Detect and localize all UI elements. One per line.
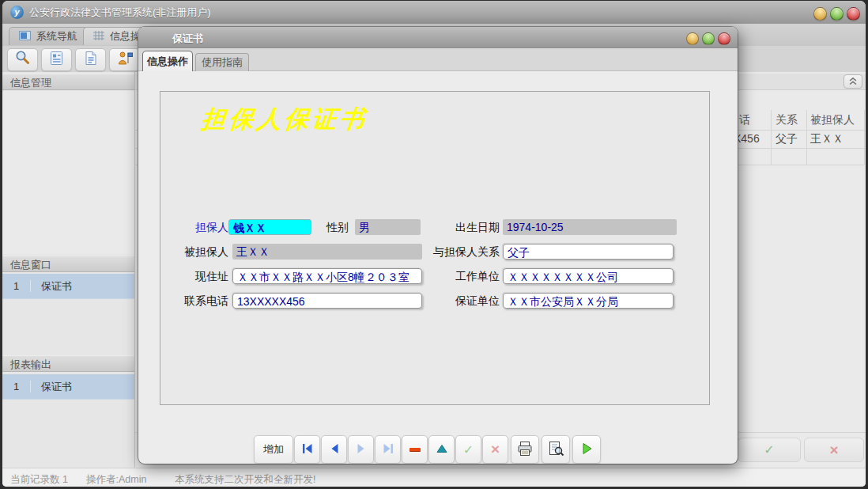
app-window: y 公安行政法律文书管理系统(非注册用户) 系统导航 信息操作 [0,0,868,489]
guarantor-input[interactable]: 钱ＸＸ [228,219,311,235]
collapse-button[interactable] [843,74,862,89]
row-index: 1 [2,381,31,392]
birth-date-input[interactable]: 1974-10-25 [503,219,677,235]
gender-label: 性别 [301,221,349,235]
app-title: 公安行政法律文书管理系统(非注册用户) [29,6,211,20]
preview-icon [548,441,564,459]
x-icon: × [829,442,838,459]
search-button[interactable] [7,48,38,71]
address-label: 现住址 [165,270,228,284]
maximize-button[interactable] [830,7,843,21]
guaranteed-person-input[interactable]: 王ＸＸ [232,244,422,260]
work-unit-label: 工作单位 [428,270,500,284]
print-button[interactable] [511,435,539,464]
row-index: 1 [2,280,31,292]
user-flag-icon [117,51,133,69]
background-cancel-button[interactable]: × [804,438,864,462]
guarantee-form-panel: 担保人保证书 担保人 钱ＸＸ 性别 男 出生日期 1974-10-25 被担保人… [160,91,710,405]
last-record-icon [382,443,394,457]
first-record-button[interactable] [294,435,320,464]
table-header-phone: 话 [739,113,750,127]
status-bar: 当前记录数 1 操作者:Admin 本系统支持二次开发和全新开发! [2,468,866,487]
triangle-up-icon [436,444,447,456]
delete-record-button[interactable] [402,435,428,464]
app-logo-icon: y [10,6,24,19]
dialog-title: 保证书 [172,32,203,46]
dialog-content: 担保人保证书 担保人 钱ＸＸ 性别 男 出生日期 1974-10-25 被担保人… [138,71,738,464]
report-icon [49,51,64,69]
info-management-panel [2,91,134,254]
info-window-row-guarantee[interactable]: 1 保证书 [2,274,134,299]
chevrons-up-icon [848,74,858,89]
previous-record-button[interactable] [321,435,347,464]
guarantee-dialog: 保证书 信息操作 使用指南 担保人保证书 担保人 钱ＸＸ 性别 男 出生日期 1… [138,27,738,464]
tab-system-navigation[interactable]: 系统导航 [9,27,88,45]
printer-icon [516,441,534,459]
last-record-button[interactable] [375,435,401,464]
window-icon [19,31,31,43]
x-icon: × [491,441,500,458]
birth-date-label: 出生日期 [428,221,500,235]
phone-input[interactable]: 13XXXXX456 [232,293,422,309]
document-button[interactable] [75,48,106,71]
dialog-minimize-button[interactable] [686,32,699,45]
add-button[interactable]: 增加 [254,435,293,464]
status-operator: 操作者:Admin [86,473,146,487]
sidebar-section-info-management[interactable]: 信息管理 [2,74,134,90]
dialog-toolbar: 增加 ✓ [254,435,601,464]
guarantee-unit-label: 保证单位 [428,294,500,309]
guarantor-label: 担保人 [176,221,228,235]
minimize-button[interactable] [813,7,827,21]
sidebar-section-report-output[interactable]: 报表输出 [2,355,134,372]
row-label: 保证书 [31,279,72,294]
check-icon: ✓ [764,442,774,457]
dialog-titlebar: 保证书 [138,27,738,48]
user-button[interactable] [109,48,140,71]
table-header-guaranteed: 被担保人 [810,113,855,127]
next-record-icon [356,443,367,457]
relationship-label: 与担保人关系 [421,245,500,260]
background-confirm-button[interactable]: ✓ [738,438,801,462]
dialog-tab-info-operation[interactable]: 信息操作 [142,51,193,71]
guaranteed-person-label: 被担保人 [165,245,228,260]
close-button[interactable] [847,7,860,21]
address-input[interactable]: ＸＸ市ＸＸ路ＸＸ小区8幢２０３室 [232,268,422,284]
play-icon [580,442,593,457]
first-record-icon [301,443,314,457]
work-unit-input[interactable]: ＸＸＸＸＸＸＸＸ公司 [503,268,674,284]
status-message: 本系统支持二次开发和全新开发! [175,473,315,487]
sidebar: 信息管理 信息窗口 1 保证书 报表输出 1 保证书 [2,72,135,468]
report-button[interactable] [41,48,72,71]
edit-record-button[interactable] [428,435,455,464]
dialog-tab-user-guide[interactable]: 使用指南 [195,53,249,71]
table-header-relation: 关系 [776,113,798,127]
search-icon [14,50,31,70]
dialog-tabstrip: 信息操作 使用指南 [138,48,738,71]
dialog-maximize-button[interactable] [702,32,715,45]
minus-icon [409,448,421,451]
previous-record-icon [329,443,340,457]
table-cell-relation: 父子 [776,132,798,146]
tab-label: 系统导航 [36,29,77,44]
dialog-close-button[interactable] [718,32,730,45]
relationship-input[interactable]: 父子 [503,244,674,260]
gender-input[interactable]: 男 [355,219,421,235]
table-cell-guaranteed: 王ＸＸ [810,132,843,146]
cancel-record-button[interactable]: × [482,435,508,464]
grid-icon [93,31,104,43]
status-record-count: 当前记录数 1 [10,473,68,487]
run-button[interactable] [572,435,601,464]
report-output-row-guarantee[interactable]: 1 保证书 [2,374,134,400]
document-icon [83,51,98,69]
preview-button[interactable] [542,435,570,464]
sidebar-section-info-window[interactable]: 信息窗口 [2,256,134,272]
form-title: 担保人保证书 [200,103,369,136]
post-record-button[interactable]: ✓ [455,435,481,464]
screen: y 公安行政法律文书管理系统(非注册用户) 系统导航 信息操作 [0,0,868,489]
guarantee-unit-input[interactable]: ＸＸ市公安局ＸＸ分局 [503,293,674,309]
next-record-button[interactable] [348,435,374,464]
app-chrome: y 公安行政法律文书管理系统(非注册用户) 系统导航 信息操作 [2,1,866,487]
row-label: 保证书 [31,380,72,394]
check-icon: ✓ [463,442,474,457]
phone-label: 联系电话 [165,294,228,309]
